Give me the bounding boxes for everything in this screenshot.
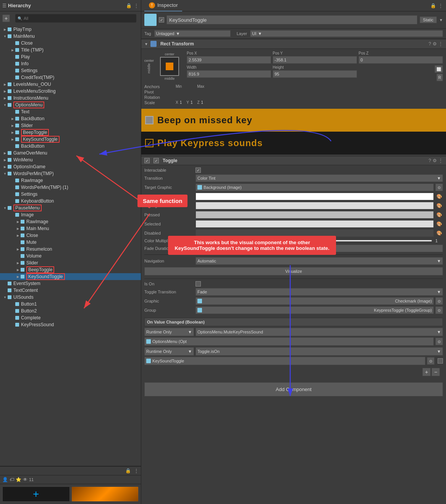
- lock-icon-inspector[interactable]: 🔒: [430, 3, 436, 8]
- tree-item-beepToggle[interactable]: ▶ BeepToggle: [0, 129, 141, 136]
- disabled-color-eyedropper[interactable]: 🎨: [435, 230, 443, 236]
- is-on-checkbox[interactable]: [196, 281, 201, 287]
- lock-icon[interactable]: 🔒: [126, 3, 132, 8]
- normal-color-swatch[interactable]: [196, 193, 434, 200]
- arrow-levelsScrolling[interactable]: ▶: [3, 89, 7, 93]
- tree-item-mainMenu[interactable]: ▼ MainMenu: [0, 33, 141, 40]
- ref-2-checkbox[interactable]: [438, 358, 443, 364]
- tree-item-slider2[interactable]: ▶ Slider: [0, 259, 141, 266]
- tree-item-keyPressSound[interactable]: KeyPressSound: [0, 321, 141, 328]
- arrow-pauseMenu[interactable]: ▼: [3, 206, 7, 210]
- tree-item-image[interactable]: Image: [0, 211, 141, 218]
- more-icon[interactable]: ⋮: [134, 3, 139, 8]
- selected-color-eyedropper[interactable]: 🎨: [435, 221, 443, 227]
- toggle-settings-icon[interactable]: ⚙: [433, 158, 437, 163]
- tree-item-pauseMenu[interactable]: ▼ PauseMenu: [0, 204, 141, 211]
- transition-select[interactable]: Color Tint ▼: [196, 174, 443, 182]
- interactable-checkbox[interactable]: [196, 167, 201, 173]
- tree-item-slider[interactable]: ▶ Slider: [0, 122, 141, 129]
- fade-duration-input[interactable]: [196, 245, 443, 252]
- add-button[interactable]: +: [2, 14, 10, 22]
- remove-event-button[interactable]: −: [431, 368, 440, 376]
- pos-y-input[interactable]: [273, 56, 357, 64]
- normal-color-eyedropper[interactable]: 🎨: [435, 194, 443, 199]
- method-2-value[interactable]: Toggle.isOn ▼: [196, 347, 443, 356]
- r-button[interactable]: R: [436, 74, 443, 81]
- disabled-color-swatch[interactable]: [196, 229, 434, 237]
- arrow-mainMenu[interactable]: ▼: [3, 34, 7, 38]
- tree-item-button2[interactable]: Button2: [0, 308, 141, 314]
- tree-item-text[interactable]: Text: [0, 108, 141, 115]
- method-1-value[interactable]: OptionsMenu.MuteKeyPressSound ▼: [196, 328, 443, 336]
- more-icon-inspector[interactable]: ⋮: [438, 3, 443, 8]
- hierarchy-menu-icon[interactable]: ☰: [2, 3, 6, 8]
- add-event-button[interactable]: +: [422, 368, 431, 376]
- tree-item-eventSystem[interactable]: EventSystem: [0, 280, 141, 287]
- tree-item-titleTMP[interactable]: ▶ Title (TMP): [0, 47, 141, 53]
- runtime-only-1-select[interactable]: Runtime Only ▼: [144, 328, 194, 336]
- tree-item-optionsMenu[interactable]: ▼ OptionsMenu: [0, 101, 141, 108]
- lock-icon-bottom[interactable]: 🔒: [125, 468, 131, 473]
- object-name-input[interactable]: [166, 15, 417, 24]
- tree-item-keySoundToggle2[interactable]: ▶ KeySoundToggle: [0, 273, 141, 280]
- help-icon[interactable]: ?: [428, 41, 431, 47]
- tree-item-mute[interactable]: Mute: [0, 239, 141, 246]
- width-input[interactable]: [187, 70, 271, 78]
- tree-item-optionsInGame[interactable]: ▶ OptionsInGame: [0, 163, 141, 170]
- arrow-levelsOOU[interactable]: ▶: [3, 82, 7, 86]
- color-multiplier-slider[interactable]: [196, 240, 432, 242]
- tree-item-levelsScrolling[interactable]: ▶ LevelsMenuScrolling: [0, 88, 141, 95]
- anchor-box[interactable]: [160, 57, 179, 76]
- tree-item-beepToggle2[interactable]: ▶ BeepToggle: [0, 266, 141, 273]
- tree-item-settings2[interactable]: Settings: [0, 191, 141, 198]
- highlighted-color-eyedropper[interactable]: 🎨: [435, 203, 443, 208]
- tree-item-instructions[interactable]: ▶ InstructionsMenu: [0, 95, 141, 101]
- thumbnail-wave[interactable]: [71, 486, 139, 502]
- arrow-optionsInGame[interactable]: ▶: [3, 165, 7, 169]
- arrow-winMenu[interactable]: ▶: [3, 158, 7, 162]
- search-input[interactable]: [24, 16, 134, 21]
- height-input[interactable]: [273, 70, 357, 78]
- settings-icon[interactable]: ⚙: [433, 41, 437, 47]
- arrow-close2[interactable]: ▶: [16, 233, 20, 237]
- add-component-button[interactable]: Add Component: [144, 382, 443, 396]
- pressed-color-eyedropper[interactable]: 🎨: [435, 212, 443, 217]
- arrow-slider[interactable]: ▶: [11, 124, 15, 127]
- tree-item-playTmp[interactable]: ▶ PlayTmp: [0, 26, 141, 33]
- toggle-active-checkbox[interactable]: [154, 158, 159, 163]
- ref-2-target[interactable]: ⊙: [427, 357, 435, 365]
- arrow-playTmp[interactable]: ▶: [3, 27, 7, 31]
- graphic-target-btn[interactable]: ⊙: [435, 297, 443, 305]
- tree-item-gameOverMenu[interactable]: ▶ GameOverMenu: [0, 150, 141, 156]
- tree-item-keyboardButton[interactable]: KeyboardButton: [0, 198, 141, 204]
- tree-item-levelsOOU[interactable]: ▶ LevelsMenu_OOU: [0, 81, 141, 88]
- tree-item-keySoundToggle1[interactable]: ▶ KeySoundToggle: [0, 136, 141, 143]
- arrow-uiSounds[interactable]: ▼: [3, 295, 7, 299]
- arrow-wordsPerMin[interactable]: ▼: [3, 172, 7, 176]
- arrow-resumeIcon[interactable]: ▶: [16, 247, 20, 251]
- tree-item-backButton[interactable]: ▶ BackButton: [0, 115, 141, 122]
- arrow-slider2[interactable]: ▶: [16, 261, 20, 265]
- tree-item-close2[interactable]: ▶ Close: [0, 232, 141, 239]
- arrow-rawImage2[interactable]: ▶: [16, 220, 20, 224]
- arrow-backButton[interactable]: ▶: [11, 117, 15, 121]
- static-button[interactable]: Static: [420, 16, 437, 23]
- tree-item-wordsPerMin[interactable]: ▼ WordsPerMin(TMP): [0, 170, 141, 177]
- tree-item-winMenu[interactable]: ▶ WinMenu: [0, 156, 141, 163]
- tree-item-complete[interactable]: Complete: [0, 314, 141, 321]
- toggle-transition-select[interactable]: Fade ▼: [196, 288, 443, 296]
- tree-item-play[interactable]: Play: [0, 53, 141, 60]
- arrow-keySoundToggle1[interactable]: ▶: [11, 137, 15, 141]
- arrow-titleTMP[interactable]: ▶: [11, 48, 15, 52]
- visualize-button[interactable]: Visualize: [144, 267, 443, 275]
- arrow-keySoundToggle2[interactable]: ▶: [16, 275, 20, 279]
- toggle-more-icon[interactable]: ⋮: [438, 158, 443, 163]
- arrow-optionsMenu[interactable]: ▼: [3, 103, 7, 107]
- tree-item-rawImage2[interactable]: ▶ RawImage: [0, 218, 141, 225]
- thumbnail-plus[interactable]: +: [2, 486, 70, 502]
- inspector-tab[interactable]: ! Inspector: [144, 0, 182, 11]
- pos-z-input[interactable]: [359, 56, 443, 64]
- tree-item-mainMenu2[interactable]: ▶ Main Menu: [0, 225, 141, 232]
- more-icon-bottom[interactable]: ⋮: [134, 468, 139, 473]
- layer-select[interactable]: UI ▼: [250, 30, 443, 37]
